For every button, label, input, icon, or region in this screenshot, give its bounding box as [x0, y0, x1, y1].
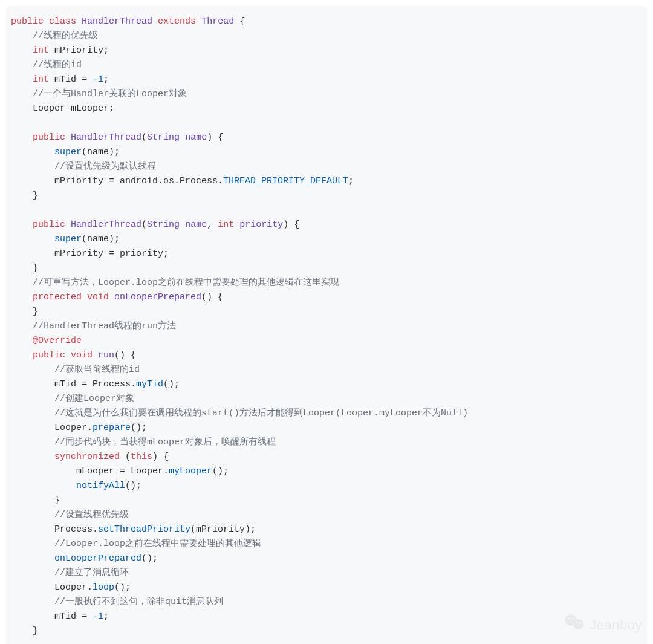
code-line: mPriority = android.os.Process.THREAD_PR…: [11, 174, 642, 189]
code-line: //设置线程优先级: [11, 508, 642, 522]
code-line: //同步代码块，当获得mLooper对象后，唤醒所有线程: [11, 435, 642, 450]
code-line: //一个与Handler关联的Looper对象: [11, 87, 642, 102]
code-line: //获取当前线程的id: [11, 363, 642, 377]
code-line: //线程的优先级: [11, 29, 642, 44]
code-line: Looper.prepare();: [11, 421, 642, 435]
code-line: //可重写方法，Looper.loop之前在线程中需要处理的其他逻辑在这里实现: [11, 276, 642, 290]
code-line: protected void onLooperPrepared() {: [11, 290, 642, 305]
code-line: //建立了消息循环: [11, 566, 642, 581]
code-line: //Looper.loop之前在线程中需要处理的其他逻辑: [11, 537, 642, 551]
code-line: mPriority = priority;: [11, 247, 642, 261]
code-line: public class HandlerThread extends Threa…: [11, 15, 642, 29]
code-line: public void run() {: [11, 348, 642, 363]
code-line: }: [11, 261, 642, 276]
code-line: public HandlerThread(String name) {: [11, 131, 642, 145]
code-line: }: [11, 624, 642, 639]
code-line: //HandlerThread线程的run方法: [11, 319, 642, 334]
code-block: public class HandlerThread extends Threa…: [6, 6, 647, 644]
code-line: @Override: [11, 334, 642, 348]
code-line: //这就是为什么我们要在调用线程的start()方法后才能得到Looper(Lo…: [11, 406, 642, 421]
code-line: [11, 203, 642, 218]
code-line: }: [11, 305, 642, 319]
code-line: super(name);: [11, 145, 642, 160]
code-line: mTid = -1;: [11, 610, 642, 624]
code-line: int mTid = -1;: [11, 73, 642, 87]
code-line: //线程的id: [11, 58, 642, 73]
code-line: //创建Looper对象: [11, 392, 642, 406]
code-line: int mPriority;: [11, 44, 642, 58]
code-line: synchronized (this) {: [11, 450, 642, 464]
code-line: mTid = Process.myTid();: [11, 377, 642, 392]
code-line: Looper.loop();: [11, 581, 642, 595]
code-line: //设置优先级为默认线程: [11, 160, 642, 174]
code-line: Process.setThreadPriority(mPriority);: [11, 522, 642, 537]
code-line: Looper mLooper;: [11, 102, 642, 116]
code-line: //一般执行不到这句，除非quit消息队列: [11, 595, 642, 610]
code-line: mLooper = Looper.myLooper();: [11, 464, 642, 479]
code-line: public HandlerThread(String name, int pr…: [11, 218, 642, 232]
code-line: super(name);: [11, 232, 642, 247]
code-line: }: [11, 189, 642, 203]
code-line: [11, 116, 642, 131]
code-line: onLooperPrepared();: [11, 551, 642, 566]
code-line: notifyAll();: [11, 479, 642, 493]
code-line: }: [11, 493, 642, 508]
